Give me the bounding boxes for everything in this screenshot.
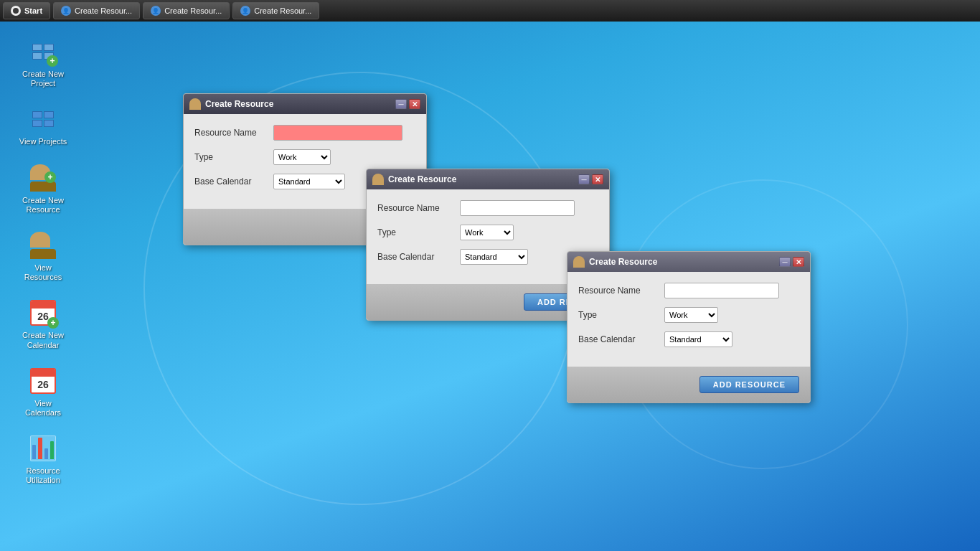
window3-resource-name-input[interactable] xyxy=(664,283,779,298)
window3-controls: ─ ✕ xyxy=(779,257,804,267)
desktop-icon-create-resource[interactable]: + Create New Resource xyxy=(14,159,72,219)
window3-type-label: Type xyxy=(578,310,657,320)
taskbar-icon-2: 👤 xyxy=(151,6,161,16)
view-projects-icon xyxy=(28,104,58,134)
window3-close-button[interactable]: ✕ xyxy=(793,257,804,267)
window2-base-calendar-row: Base Calendar Standard Night Shift 24 Ho… xyxy=(377,249,598,265)
create-project-icon: + xyxy=(28,37,58,67)
window3-title-icon xyxy=(573,256,585,268)
window3-add-button[interactable]: ADD RESOURCE xyxy=(699,376,799,393)
window1-resource-name-input[interactable] xyxy=(273,125,402,141)
resource-utilization-label: Resource Utilization xyxy=(19,466,67,485)
window3-type-row: Type Work Material Cost xyxy=(578,307,799,323)
window2-type-row: Type Work Material Cost xyxy=(377,225,598,240)
calendar-add-badge: + xyxy=(47,317,59,329)
window3-type-select[interactable]: Work Material Cost xyxy=(664,307,718,323)
view-calendars-label: View Calendars xyxy=(19,399,67,418)
taskbar-label-3: Create Resour... xyxy=(254,6,311,15)
taskbar-icon-1: 👤 xyxy=(61,6,71,16)
window3-base-calendar-select[interactable]: Standard Night Shift 24 Hours xyxy=(664,331,732,347)
window1-type-select[interactable]: Work Material Cost xyxy=(273,149,331,165)
create-project-label: Create New Project xyxy=(19,70,67,88)
view-resources-label: View Resources xyxy=(19,263,67,282)
window2-title: Create Resource xyxy=(388,174,574,184)
taskbar-label-2: Create Resour... xyxy=(164,6,222,15)
desktop-icon-create-project[interactable]: + Create New Project xyxy=(14,32,72,93)
window3-footer: ADD RESOURCE xyxy=(567,367,810,402)
window1-type-label: Type xyxy=(194,152,266,162)
window3-base-calendar-row: Base Calendar Standard Night Shift 24 Ho… xyxy=(578,331,799,347)
window1-base-calendar-select[interactable]: Standard Night Shift 24 Hours xyxy=(273,174,345,189)
taskbar-item-1[interactable]: 👤 Create Resour... xyxy=(53,2,140,19)
create-resource-icon: + xyxy=(28,163,58,193)
window3-minimize-button[interactable]: ─ xyxy=(779,257,791,267)
window2-resource-name-row: Resource Name xyxy=(377,200,598,216)
window1-minimize-button[interactable]: ─ xyxy=(395,99,407,109)
desktop-icon-resource-utilization[interactable]: Resource Utilization xyxy=(14,429,72,489)
resource-utilization-icon xyxy=(28,433,58,463)
window2-controls: ─ ✕ xyxy=(578,174,603,184)
window2-resource-name-label: Resource Name xyxy=(377,203,453,213)
taskbar-icon-3: 👤 xyxy=(240,6,250,16)
resource-add-badge: + xyxy=(44,171,56,183)
view-calendars-icon: 26 xyxy=(28,366,58,396)
window2-base-calendar-select[interactable]: Standard Night Shift 24 Hours xyxy=(460,249,528,265)
window1-base-calendar-label: Base Calendar xyxy=(194,176,266,187)
view-resources-icon xyxy=(28,230,58,260)
view-projects-label: View Projects xyxy=(19,137,67,146)
window2-title-icon xyxy=(372,174,384,185)
create-calendar-icon: 26 + xyxy=(28,298,58,328)
window1-title-icon xyxy=(189,98,201,110)
window1-title: Create Resource xyxy=(205,99,391,109)
create-calendar-label: Create New Calendar xyxy=(19,331,67,349)
desktop: + Create New Project View Projects + Cre… xyxy=(0,22,86,551)
taskbar-label-1: Create Resour... xyxy=(75,6,132,15)
window1-type-row: Type Work Material Cost xyxy=(194,149,415,165)
window3-title: Create Resource xyxy=(589,257,775,267)
create-resource-label: Create New Resource xyxy=(19,196,67,215)
taskbar: Start 👤 Create Resour... 👤 Create Resour… xyxy=(0,0,980,22)
window2-minimize-button[interactable]: ─ xyxy=(578,174,590,184)
window3-body: Resource Name Type Work Material Cost Ba… xyxy=(567,272,810,367)
window3-resource-name-label: Resource Name xyxy=(578,286,657,296)
window3-resource-name-row: Resource Name xyxy=(578,283,799,298)
taskbar-item-3[interactable]: 👤 Create Resour... xyxy=(232,2,319,19)
start-icon xyxy=(11,6,21,16)
window2-titlebar[interactable]: Create Resource ─ ✕ xyxy=(367,169,609,189)
window2-base-calendar-label: Base Calendar xyxy=(377,252,453,262)
window1-controls: ─ ✕ xyxy=(395,99,420,109)
calendar-day-2: 26 xyxy=(32,377,55,392)
add-badge-icon: + xyxy=(47,55,58,67)
create-resource-window-3: Create Resource ─ ✕ Resource Name Type W… xyxy=(567,251,811,403)
taskbar-item-2[interactable]: 👤 Create Resour... xyxy=(143,2,230,19)
window1-resource-name-row: Resource Name xyxy=(194,125,415,141)
desktop-icon-view-calendars[interactable]: 26 View Calendars xyxy=(14,362,72,422)
window2-type-label: Type xyxy=(377,227,453,237)
window1-resource-name-label: Resource Name xyxy=(194,128,266,138)
window3-base-calendar-label: Base Calendar xyxy=(578,334,657,344)
window1-titlebar[interactable]: Create Resource ─ ✕ xyxy=(184,94,426,114)
window3-titlebar[interactable]: Create Resource ─ ✕ xyxy=(567,252,810,272)
start-button[interactable]: Start xyxy=(3,2,50,19)
start-label: Start xyxy=(24,6,42,15)
desktop-icon-create-calendar[interactable]: 26 + Create New Calendar xyxy=(14,293,72,354)
window2-type-select[interactable]: Work Material Cost xyxy=(460,225,514,240)
desktop-icon-view-resources[interactable]: View Resources xyxy=(14,226,72,286)
window1-close-button[interactable]: ✕ xyxy=(409,99,420,109)
desktop-icon-view-projects[interactable]: View Projects xyxy=(14,100,72,151)
window2-resource-name-input[interactable] xyxy=(460,200,575,216)
window2-close-button[interactable]: ✕ xyxy=(592,174,603,184)
